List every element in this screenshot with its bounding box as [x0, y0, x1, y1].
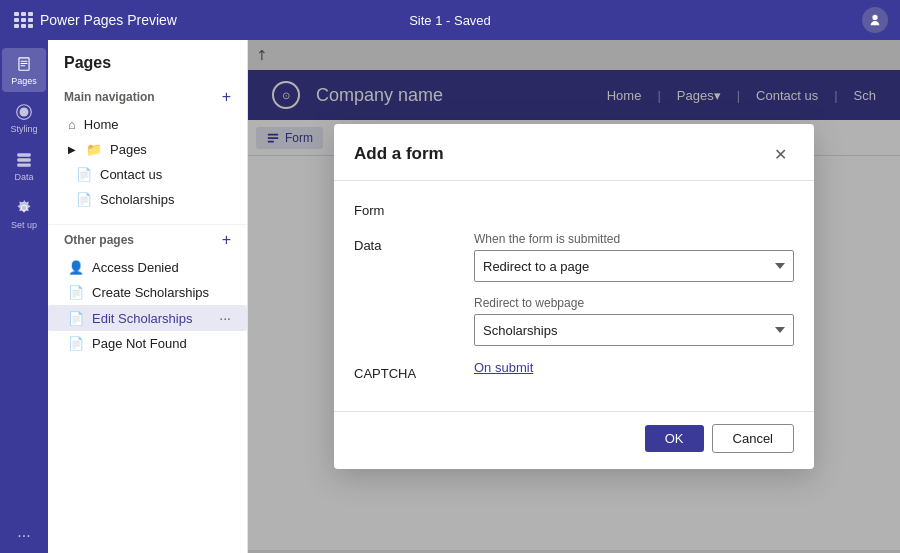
modal-label-form: Form [354, 197, 474, 218]
modal-section-label-redirect-page: Redirect to webpage [474, 296, 794, 310]
main-navigation-section: Main navigation + ⌂ Home ▶ 📁 Pages 📄 Con… [48, 82, 247, 220]
svg-rect-0 [17, 153, 31, 156]
modal-label-on-submit [354, 296, 474, 302]
modal-select-redirect[interactable]: Redirect to a page Stay on page Show suc… [474, 250, 794, 282]
add-form-modal: Add a form ✕ Form Data Wh [334, 124, 814, 469]
svg-rect-2 [17, 163, 31, 166]
modal-field-on-submit: Redirect to webpage Scholarships Home Co… [474, 296, 794, 346]
icon-sidebar: Pages Styling Data Set up ··· [0, 40, 48, 553]
home-icon: ⌂ [68, 117, 76, 132]
ok-button[interactable]: OK [645, 425, 704, 452]
sidebar-more-icon[interactable]: ··· [17, 527, 30, 545]
user-icon: 👤 [68, 260, 84, 275]
modal-row-data: Data When the form is submitted Redirect… [354, 232, 794, 282]
nav-item-pages[interactable]: ▶ 📁 Pages [48, 137, 247, 162]
preview-wrapper: ⊙ Company name Home | Pages▾ | Contact u… [248, 70, 900, 550]
sidebar-item-styling[interactable]: Styling [2, 96, 46, 140]
nav-item-contact-us[interactable]: 📄 Contact us [48, 162, 247, 187]
site-status: Site 1 - Saved [409, 13, 491, 28]
modal-section-label-submit: When the form is submitted [474, 232, 794, 246]
sidebar-item-pages[interactable]: Pages [2, 48, 46, 92]
chevron-icon: ▶ [68, 144, 76, 155]
modal-overlay: Add a form ✕ Form Data Wh [248, 40, 900, 553]
modal-row-form: Form [354, 197, 794, 218]
cancel-button[interactable]: Cancel [712, 424, 794, 453]
nav-item-create-scholarships[interactable]: 📄 Create Scholarships [48, 280, 247, 305]
add-main-nav-icon[interactable]: + [222, 88, 231, 106]
sidebar-item-data[interactable]: Data [2, 144, 46, 188]
add-other-page-icon[interactable]: + [222, 231, 231, 249]
pages-panel: Pages Main navigation + ⌂ Home ▶ 📁 Pages… [48, 40, 248, 553]
modal-label-data: Data [354, 232, 474, 253]
nav-item-access-denied[interactable]: 👤 Access Denied [48, 255, 247, 280]
pages-panel-title: Pages [48, 40, 247, 82]
svg-rect-1 [17, 158, 31, 161]
other-pages-section: Other pages + 👤 Access Denied 📄 Create S… [48, 224, 247, 364]
content-area: ↙ ⊙ Company name Home | Pages▾ | Contact… [248, 40, 900, 553]
page-icon: 📄 [68, 336, 84, 351]
modal-label-captcha: CAPTCHA [354, 360, 474, 381]
topbar: Power Pages Preview Site 1 - Saved [0, 0, 900, 40]
more-options-icon[interactable]: ··· [219, 310, 231, 326]
modal-close-button[interactable]: ✕ [766, 140, 794, 168]
modal-title: Add a form [354, 144, 444, 164]
other-pages-header: Other pages + [48, 225, 247, 255]
on-submit-link[interactable]: On submit [474, 354, 533, 375]
modal-field-captcha: On submit [474, 360, 794, 375]
main-nav-header: Main navigation + [48, 82, 247, 112]
page-icon: 📄 [76, 192, 92, 207]
page-icon: 📄 [68, 311, 84, 326]
grid-icon[interactable] [12, 10, 32, 30]
modal-select-webpage[interactable]: Scholarships Home Contact us [474, 314, 794, 346]
nav-item-home[interactable]: ⌂ Home [48, 112, 247, 137]
app-title: Power Pages Preview [40, 12, 177, 28]
modal-footer: OK Cancel [334, 411, 814, 469]
nav-item-edit-scholarships[interactable]: 📄 Edit Scholarships ··· [48, 305, 247, 331]
page-icon: 📄 [68, 285, 84, 300]
avatar[interactable] [862, 7, 888, 33]
modal-row-on-submit: Redirect to webpage Scholarships Home Co… [354, 296, 794, 346]
sidebar-item-setup[interactable]: Set up [2, 192, 46, 236]
modal-row-captcha: CAPTCHA On submit [354, 360, 794, 381]
page-icon: 📄 [76, 167, 92, 182]
modal-header: Add a form ✕ [334, 124, 814, 181]
modal-field-data: When the form is submitted Redirect to a… [474, 232, 794, 282]
modal-body: Form Data When the form is submitted Red… [334, 181, 814, 411]
nav-item-page-not-found[interactable]: 📄 Page Not Found [48, 331, 247, 356]
folder-icon: 📁 [86, 142, 102, 157]
nav-item-scholarships[interactable]: 📄 Scholarships [48, 187, 247, 212]
